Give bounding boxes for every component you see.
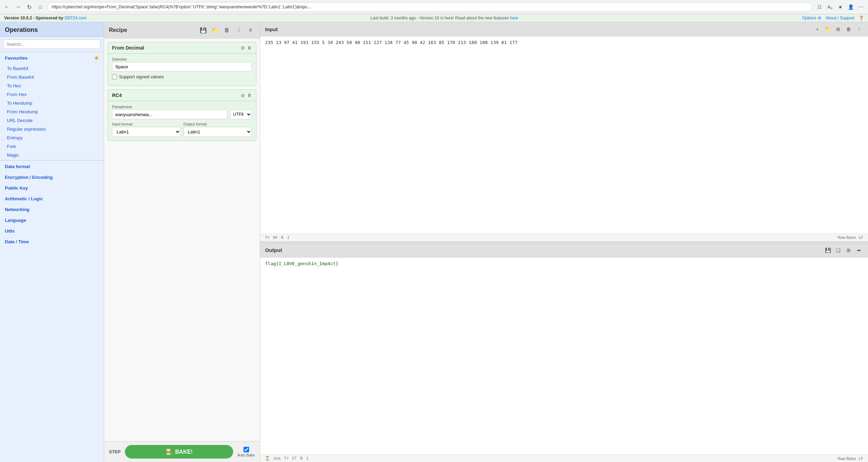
from-decimal-pause-button[interactable]: ⏸	[247, 45, 252, 51]
sidebar-scroll: Favourites ★ To Base64 From Base64 To He…	[0, 52, 104, 462]
sidebar-section-language[interactable]: Language	[0, 215, 104, 226]
output-fullscreen-button[interactable]: ➦	[855, 246, 863, 254]
sidebar-section-enc-encoding[interactable]: Encryption / Encoding	[0, 172, 104, 183]
sidebar-section-data-format[interactable]: Data format	[0, 161, 104, 172]
recipe-open-button[interactable]: 📁	[211, 26, 220, 35]
passphrase-input[interactable]	[112, 110, 227, 119]
menu-icon[interactable]: ⋯	[857, 3, 865, 11]
back-button[interactable]: ←	[3, 3, 11, 11]
signed-checkbox-group: Support signed values	[112, 74, 252, 79]
rc4-icons: ⊘ ⏸	[241, 93, 252, 98]
bake-button[interactable]: 👨‍🍳 BAKE!	[125, 445, 233, 459]
refresh-button[interactable]: ↻	[25, 3, 33, 11]
input-footer-right: Raw Bytes LF	[838, 235, 863, 239]
rc4-disable-button[interactable]: ⊘	[241, 93, 245, 98]
signed-checkbox-label: Support signed values	[112, 74, 252, 79]
home-button[interactable]: ⌂	[36, 3, 44, 11]
sidebar-item-entropy[interactable]: Entropy	[0, 133, 104, 142]
sidebar-item-from-base64[interactable]: From Base64	[0, 73, 104, 81]
sidebar-item-to-hex[interactable]: To Hex	[0, 81, 104, 90]
output-lf[interactable]: LF	[859, 456, 863, 461]
banner-left: Version 10.5.2 - Sponsored by DEF24.com	[4, 16, 86, 20]
forward-button[interactable]: →	[14, 3, 22, 11]
about-support-link[interactable]: About / Support	[826, 16, 854, 20]
signed-checkbox[interactable]	[112, 75, 117, 79]
output-chars-icon: Tᴛ	[284, 456, 289, 461]
sidebar-item-to-hexdump[interactable]: To Hexdump	[0, 99, 104, 107]
delimiter-input[interactable]	[112, 62, 252, 71]
output-raw-bytes[interactable]: Raw Bytes	[838, 456, 856, 461]
profile-icon[interactable]: 👤	[846, 3, 855, 11]
output-expand-button[interactable]: ⊞	[844, 246, 853, 254]
input-format-select[interactable]: Latin1 UTF8 Hex	[112, 127, 181, 137]
sidebar-item-fork[interactable]: Fork	[0, 142, 104, 151]
input-tiles-button[interactable]: ⊞	[834, 25, 842, 33]
output-format-label: Output format	[184, 122, 252, 126]
recipe-grid-button[interactable]: ⁝	[234, 26, 243, 35]
sidebar-item-regex[interactable]: Regular expression	[0, 125, 104, 133]
passphrase-encoding-select[interactable]: UTF8 Latin1 Hex	[230, 110, 252, 119]
output-footer-right: Raw Bytes LF	[838, 456, 863, 461]
address-bar[interactable]: https://cyberchef.org/#recipe=From_Decim…	[47, 2, 812, 12]
recipe-list-button[interactable]: ≡	[246, 26, 255, 35]
options-text: Options	[802, 16, 816, 20]
input-lines-icon: ⇅	[281, 235, 284, 240]
favourites-star-icon: ★	[94, 55, 99, 61]
sidebar-section-public-key[interactable]: Public Key	[0, 183, 104, 193]
features-link[interactable]: here	[510, 16, 518, 20]
output-save-button[interactable]: 💾	[824, 246, 832, 254]
arith-logic-label: Arithmetic / Logic	[5, 196, 43, 201]
input-content[interactable]: 235 13 97 41 191 155 5 34 243 50 40 151 …	[260, 36, 868, 234]
recipe-area: Recipe 💾 📁 🗑 ⁝ ≡ From Decimal ⊘ ⏸	[104, 22, 260, 462]
sidebar-section-arith-logic[interactable]: Arithmetic / Logic	[0, 193, 104, 204]
from-decimal-header: From Decimal ⊘ ⏸	[108, 42, 256, 54]
sidebar-item-from-hex[interactable]: From Hex	[0, 90, 104, 99]
auto-bake-checkbox[interactable]	[244, 447, 249, 452]
sidebar-section-date-time[interactable]: Date / Time	[0, 236, 104, 247]
input-lines: 1	[287, 235, 289, 240]
output-header: Output 💾 ❏ ⊞ ➦	[260, 243, 868, 258]
sidebar-item-url-decode[interactable]: URL Decode	[0, 116, 104, 125]
sidebar-section-utils[interactable]: Utils	[0, 226, 104, 236]
operation-from-decimal: From Decimal ⊘ ⏸ Delimiter Support s	[108, 42, 256, 86]
sidebar-divider-1	[0, 160, 104, 160]
input-clear-button[interactable]: 🗑	[844, 25, 853, 33]
brand-link[interactable]: DEF24.com	[65, 16, 86, 20]
output-footer: ⏳ 1ms Tᴛ 27 ⇅ 1 Raw Bytes LF	[260, 454, 868, 462]
input-footer: Tᴛ 94 ⇅ 1 Raw Bytes LF	[260, 234, 868, 241]
input-lf[interactable]: LF	[859, 235, 863, 239]
recipe-save-button[interactable]: 💾	[199, 26, 208, 35]
input-grid-button[interactable]: ⁝	[855, 25, 863, 33]
input-open-button[interactable]: 📁	[824, 25, 832, 33]
options-link[interactable]: Options ⚙	[802, 16, 822, 20]
sidebar-section-networking[interactable]: Networking	[0, 204, 104, 215]
output-format-select[interactable]: Latin1 UTF8 Hex	[184, 127, 252, 137]
bookmark-icon[interactable]: ★	[836, 3, 844, 11]
translate-icon[interactable]: Aₐ	[826, 3, 834, 11]
bake-label: BAKE!	[175, 449, 193, 455]
search-input[interactable]	[3, 40, 100, 49]
output-copy-button[interactable]: ❏	[834, 246, 842, 254]
favourites-header: Favourites ★	[0, 52, 104, 64]
sidebar-item-from-hexdump[interactable]: From Hexdump	[0, 107, 104, 116]
right-panel: Input + 📁 ⊞ 🗑 ⁝ 235 13 97 41 191 155 5 3…	[260, 22, 868, 462]
input-header: Input + 📁 ⊞ 🗑 ⁝	[260, 22, 868, 36]
passphrase-row: UTF8 Latin1 Hex	[112, 110, 252, 119]
auto-bake-area: Auto Bake	[237, 447, 255, 457]
sidebar-item-magic[interactable]: Magic	[0, 151, 104, 159]
input-raw-bytes[interactable]: Raw Bytes	[838, 235, 856, 239]
recipe-clear-button[interactable]: 🗑	[222, 26, 231, 35]
rc4-pause-button[interactable]: ⏸	[247, 93, 252, 98]
browser-toolbar: ← → ↻ ⌂ https://cyberchef.org/#recipe=Fr…	[0, 0, 868, 14]
input-add-button[interactable]: +	[813, 25, 822, 33]
main-layout: Operations Favourites ★ To Base64 From B…	[0, 22, 868, 462]
extensions-icon[interactable]: ☷	[815, 3, 824, 11]
sidebar-item-to-base64[interactable]: To Base64	[0, 64, 104, 73]
recipe-footer: STEP 👨‍🍳 BAKE! Auto Bake	[104, 441, 260, 462]
recipe-header: Recipe 💾 📁 🗑 ⁝ ≡	[104, 22, 260, 38]
from-decimal-disable-button[interactable]: ⊘	[241, 45, 245, 51]
output-format-group: Output format Latin1 UTF8 Hex	[184, 122, 252, 137]
delimiter-label: Delimiter	[112, 57, 252, 61]
input-title: Input	[265, 26, 278, 32]
rc4-header: RC4 ⊘ ⏸	[108, 90, 256, 101]
